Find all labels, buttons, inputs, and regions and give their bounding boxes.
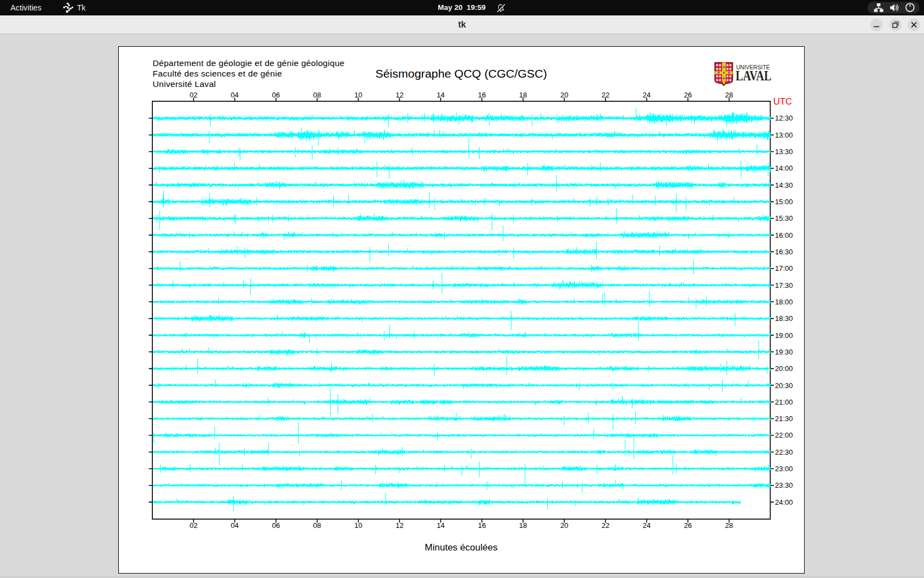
- svg-text:10: 10: [354, 91, 362, 99]
- svg-text:14: 14: [437, 521, 444, 530]
- svg-text:20: 20: [560, 521, 568, 530]
- svg-text:UTC: UTC: [773, 96, 792, 106]
- svg-text:14: 14: [437, 91, 444, 99]
- svg-text:08: 08: [313, 521, 321, 530]
- svg-text:26: 26: [684, 521, 691, 530]
- svg-text:08: 08: [313, 91, 321, 99]
- svg-text:17:30: 17:30: [775, 281, 793, 290]
- svg-text:17:00: 17:00: [775, 264, 793, 272]
- svg-text:22: 22: [602, 91, 609, 99]
- svg-text:24: 24: [643, 521, 651, 530]
- svg-text:06: 06: [272, 521, 279, 530]
- svg-text:15:00: 15:00: [775, 198, 793, 206]
- svg-text:24: 24: [643, 91, 651, 99]
- svg-text:19:00: 19:00: [775, 331, 793, 340]
- svg-text:13:30: 13:30: [775, 148, 793, 156]
- svg-text:22: 22: [602, 521, 609, 530]
- svg-text:Séismographe QCQ (CGC/GSC): Séismographe QCQ (CGC/GSC): [376, 68, 547, 80]
- svg-text:04: 04: [231, 521, 239, 530]
- svg-text:21:00: 21:00: [775, 398, 793, 406]
- svg-text:28: 28: [725, 521, 733, 530]
- svg-text:16: 16: [478, 521, 486, 530]
- svg-text:LAVAL: LAVAL: [736, 68, 772, 83]
- svg-text:16:30: 16:30: [775, 248, 793, 256]
- svg-text:13:00: 13:00: [775, 131, 793, 139]
- svg-text:04: 04: [231, 91, 239, 99]
- svg-text:28: 28: [725, 91, 733, 99]
- svg-text:16: 16: [478, 91, 486, 99]
- svg-text:20:30: 20:30: [775, 381, 793, 390]
- svg-text:10: 10: [354, 521, 362, 530]
- svg-text:18: 18: [519, 91, 527, 99]
- svg-text:22:00: 22:00: [775, 431, 793, 439]
- svg-text:12:30: 12:30: [775, 114, 793, 122]
- svg-text:20: 20: [560, 91, 568, 99]
- svg-text:14:00: 14:00: [775, 164, 793, 172]
- svg-text:Faculté des sciences et de gén: Faculté des sciences et de génie: [153, 69, 282, 78]
- svg-text:02: 02: [190, 521, 197, 530]
- svg-text:18:00: 18:00: [775, 298, 793, 306]
- svg-text:18: 18: [519, 521, 527, 530]
- svg-text:02: 02: [190, 91, 197, 99]
- svg-text:24:00: 24:00: [775, 498, 793, 506]
- svg-text:Université Laval: Université Laval: [153, 79, 216, 89]
- svg-text:21:30: 21:30: [775, 415, 793, 423]
- svg-text:12: 12: [395, 521, 403, 530]
- svg-text:26: 26: [684, 91, 691, 99]
- svg-text:14:30: 14:30: [775, 181, 793, 189]
- svg-text:16:00: 16:00: [775, 231, 793, 239]
- svg-text:06: 06: [272, 91, 279, 99]
- svg-text:Minutes écoulées: Minutes écoulées: [425, 542, 497, 553]
- svg-text:12: 12: [395, 91, 403, 99]
- svg-text:22:30: 22:30: [775, 448, 793, 456]
- svg-text:23:00: 23:00: [775, 465, 793, 473]
- svg-text:18:30: 18:30: [775, 314, 793, 323]
- svg-text:23:30: 23:30: [775, 481, 793, 489]
- svg-text:15:30: 15:30: [775, 214, 793, 222]
- svg-text:20:00: 20:00: [775, 364, 793, 373]
- svg-text:Département de géologie et de: Département de géologie et de génie géol…: [153, 58, 345, 68]
- svg-text:19:30: 19:30: [775, 348, 793, 356]
